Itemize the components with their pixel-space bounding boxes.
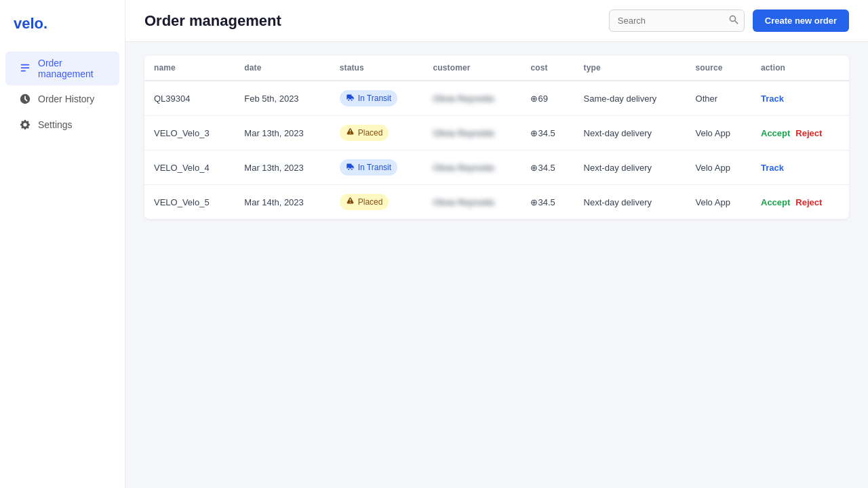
cell-name: QL39304 [144, 81, 235, 116]
sidebar-item-label: Order management [38, 58, 106, 79]
col-cost: Cost [521, 56, 574, 81]
accept-button[interactable]: Accept [761, 128, 790, 138]
cell-source: Velo App [686, 185, 751, 220]
col-action: Action [751, 56, 849, 81]
page-title: Order management [144, 12, 281, 30]
cell-type: Same-day delivery [574, 81, 686, 116]
status-text: In Transit [358, 94, 391, 103]
cell-action: Track [751, 81, 849, 116]
sidebar: velo. Order management Order History Set… [0, 0, 125, 488]
cell-customer: Olivia Reynolds [424, 185, 521, 220]
cell-type: Next-day delivery [574, 116, 686, 150]
track-button[interactable]: Track [761, 94, 784, 104]
truck-icon [346, 93, 355, 104]
velo-logo: velo. [14, 14, 57, 33]
table-row: VELO_Velo_3Mar 13th, 2023PlacedOlivia Re… [144, 116, 849, 150]
search-button[interactable] [728, 14, 739, 27]
table-row: VELO_Velo_4Mar 13th, 2023In TransitOlivi… [144, 150, 849, 185]
sidebar-nav: Order management Order History Settings [0, 52, 125, 137]
cell-status: Placed [330, 185, 424, 220]
cell-type: Next-day delivery [574, 150, 686, 185]
cell-cost: ⊕69 [521, 81, 574, 116]
cell-status: In Transit [330, 81, 424, 116]
svg-text:velo.: velo. [14, 15, 47, 32]
placed-icon [346, 197, 355, 207]
cell-action: AcceptReject [751, 116, 849, 150]
status-text: Placed [358, 128, 383, 138]
col-name: name [144, 56, 235, 81]
table-area: name Date Status Customer Cost Type Sour… [125, 42, 868, 488]
header: Order management Create new order [125, 0, 868, 42]
status-badge: In Transit [340, 90, 397, 106]
orders-icon [19, 62, 31, 75]
table-row: VELO_Velo_5Mar 14th, 2023PlacedOlivia Re… [144, 185, 849, 220]
sidebar-item-order-management[interactable]: Order management [5, 52, 119, 85]
table-header: name Date Status Customer Cost Type Sour… [144, 56, 849, 81]
orders-table: name Date Status Customer Cost Type Sour… [144, 56, 849, 219]
cell-status: In Transit [330, 150, 424, 185]
table-body: QL39304Feb 5th, 2023In TransitOlivia Rey… [144, 81, 849, 219]
truck-icon [346, 162, 355, 173]
header-actions: Create new order [609, 9, 849, 32]
status-badge: Placed [340, 125, 389, 141]
search-box [609, 9, 745, 32]
cell-cost: ⊕34.5 [521, 150, 574, 185]
status-badge: In Transit [340, 159, 397, 176]
cell-customer: Olivia Reynolds [424, 116, 521, 150]
reject-button[interactable]: Reject [795, 197, 822, 207]
col-type: Type [574, 56, 686, 81]
cell-name: VELO_Velo_3 [144, 116, 235, 150]
cell-customer: Olivia Reynolds [424, 81, 521, 116]
cell-name: VELO_Velo_4 [144, 150, 235, 185]
cell-date: Mar 13th, 2023 [235, 150, 330, 185]
cell-source: Velo App [686, 116, 751, 150]
table-row: QL39304Feb 5th, 2023In TransitOlivia Rey… [144, 81, 849, 116]
placed-icon [346, 127, 355, 138]
col-date: Date [235, 56, 330, 81]
col-status: Status [330, 56, 424, 81]
customer-name: Olivia Reynolds [433, 197, 494, 207]
sidebar-item-settings[interactable]: Settings [5, 113, 119, 137]
reject-button[interactable]: Reject [795, 128, 822, 138]
col-source: Source [686, 56, 751, 81]
cell-name: VELO_Velo_5 [144, 185, 235, 220]
history-icon [19, 93, 31, 105]
cell-action: Track [751, 150, 849, 185]
cell-customer: Olivia Reynolds [424, 150, 521, 185]
status-badge: Placed [340, 194, 389, 210]
search-icon [728, 14, 739, 25]
sidebar-item-order-history[interactable]: Order History [5, 87, 119, 111]
track-button[interactable]: Track [761, 163, 784, 173]
customer-name: Olivia Reynolds [433, 163, 494, 173]
accept-button[interactable]: Accept [761, 197, 790, 207]
sidebar-item-label: Order History [38, 94, 94, 104]
create-order-button[interactable]: Create new order [753, 9, 849, 32]
customer-name: Olivia Reynolds [433, 128, 494, 138]
cell-date: Feb 5th, 2023 [235, 81, 330, 116]
col-customer: Customer [424, 56, 521, 81]
cell-cost: ⊕34.5 [521, 185, 574, 220]
sidebar-item-label: Settings [38, 119, 73, 130]
cell-cost: ⊕34.5 [521, 116, 574, 150]
cell-type: Next-day delivery [574, 185, 686, 220]
status-text: Placed [358, 197, 383, 207]
customer-name: Olivia Reynolds [433, 94, 494, 104]
search-input[interactable] [609, 9, 745, 32]
status-text: In Transit [358, 163, 391, 172]
main-content: Order management Create new order name D… [125, 0, 868, 488]
cell-status: Placed [330, 116, 424, 150]
cell-source: Other [686, 81, 751, 116]
logo: velo. [0, 11, 125, 52]
cell-date: Mar 14th, 2023 [235, 185, 330, 220]
cell-date: Mar 13th, 2023 [235, 116, 330, 150]
cell-action: AcceptReject [751, 185, 849, 220]
settings-icon [19, 119, 31, 131]
cell-source: Velo App [686, 150, 751, 185]
